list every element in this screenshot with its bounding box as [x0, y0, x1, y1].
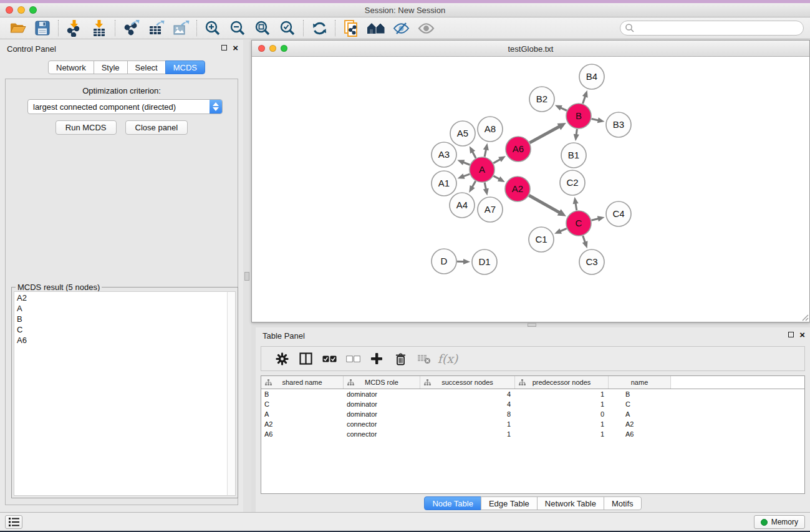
- graph-node-C1[interactable]: C1: [529, 227, 554, 252]
- graph-node-A[interactable]: A: [470, 157, 494, 182]
- graph-node-B[interactable]: B: [566, 104, 591, 128]
- deselect-all-columns-button[interactable]: [341, 349, 365, 369]
- tab-node-table[interactable]: Node Table: [424, 496, 481, 510]
- window-titlebar[interactable]: Session: New Session: [0, 3, 810, 17]
- import-network-button[interactable]: [62, 19, 87, 38]
- table-cell[interactable]: B: [609, 389, 671, 399]
- graph-node-A3[interactable]: A3: [432, 142, 456, 167]
- float-panel-icon[interactable]: [221, 45, 227, 51]
- graph-edge-A-A5[interactable]: [470, 146, 476, 158]
- graph-node-A8[interactable]: A8: [478, 117, 503, 142]
- close-panel-button[interactable]: Close panel: [125, 120, 188, 135]
- save-session-button[interactable]: [30, 19, 55, 38]
- table-row[interactable]: Adominator80A: [261, 409, 804, 419]
- graph-node-B4[interactable]: B4: [579, 64, 604, 89]
- delete-columns-button[interactable]: [388, 349, 412, 369]
- function-builder-button[interactable]: f(x): [436, 349, 460, 369]
- graph-edge-A6-B[interactable]: [529, 123, 566, 143]
- table-cell[interactable]: dominator: [344, 409, 420, 419]
- tab-network[interactable]: Network: [48, 60, 94, 74]
- table-cell[interactable]: A: [261, 409, 344, 419]
- result-list-scrollbar[interactable]: [227, 291, 236, 496]
- tab-select[interactable]: Select: [127, 60, 166, 74]
- first-neighbors-button[interactable]: [364, 19, 388, 38]
- result-list-item[interactable]: A: [14, 303, 227, 314]
- new-network-from-selection-button[interactable]: [339, 19, 364, 38]
- tab-edge-table[interactable]: Edge Table: [481, 496, 538, 510]
- graph-edge-D-D1[interactable]: [457, 259, 470, 264]
- close-panel-icon[interactable]: ×: [233, 45, 238, 51]
- graph-edge-A-A8[interactable]: [483, 143, 489, 157]
- graph-edge-A-A6[interactable]: [493, 156, 506, 163]
- graph-edge-B-B4[interactable]: [582, 90, 588, 104]
- table-cell[interactable]: A6: [261, 429, 344, 439]
- table-cell[interactable]: 0: [515, 409, 609, 419]
- graph-edge-C-C3[interactable]: [582, 236, 588, 248]
- column-header-MCDS-role[interactable]: MCDS role: [344, 376, 420, 389]
- table-cell[interactable]: 1: [420, 419, 515, 429]
- column-manager-button[interactable]: [294, 349, 317, 369]
- result-list-item[interactable]: B: [14, 314, 227, 324]
- run-mcds-button[interactable]: Run MCDS: [55, 120, 117, 135]
- table-cell[interactable]: C: [609, 399, 671, 409]
- close-panel-icon[interactable]: ×: [799, 332, 805, 337]
- table-cell[interactable]: 1: [515, 419, 609, 429]
- table-cell[interactable]: 1: [515, 429, 609, 439]
- vertical-split-divider[interactable]: [243, 40, 251, 512]
- table-cell[interactable]: C: [261, 399, 344, 409]
- hide-selected-button[interactable]: [388, 19, 413, 38]
- zoom-out-button[interactable]: [225, 19, 250, 38]
- graph-node-D[interactable]: D: [432, 249, 456, 274]
- zoom-in-button[interactable]: [200, 19, 225, 38]
- graph-edge-A2-C[interactable]: [529, 195, 566, 216]
- table-cell[interactable]: 8: [420, 409, 515, 419]
- graph-node-D1[interactable]: D1: [472, 249, 497, 274]
- table-cell[interactable]: 1: [420, 429, 515, 439]
- graph-node-C3[interactable]: C3: [579, 249, 604, 274]
- table-cell[interactable]: 4: [420, 389, 515, 399]
- split-divider-handle[interactable]: [244, 272, 249, 281]
- result-list-item[interactable]: A6: [14, 335, 227, 346]
- graph-edge-A-A3[interactable]: [457, 160, 470, 165]
- refresh-view-button[interactable]: [307, 19, 332, 38]
- create-column-button[interactable]: [365, 349, 388, 369]
- graph-node-C[interactable]: C: [566, 211, 591, 236]
- criterion-combobox[interactable]: largest connected component (directed): [27, 99, 223, 114]
- graph-edge-B-B2[interactable]: [555, 105, 567, 111]
- network-graph[interactable]: B4B2BB3A8A5A6A3B1AA1C2A2A4A7C4CC1C3DD1: [252, 57, 809, 322]
- table-cell[interactable]: A2: [609, 419, 671, 429]
- column-header-shared-name[interactable]: shared name: [261, 376, 344, 389]
- node-attribute-table[interactable]: shared nameMCDS rolesuccessor nodesprede…: [261, 375, 805, 494]
- network-window-titlebar[interactable]: testGlobe.txt: [252, 41, 809, 57]
- result-list-item[interactable]: C: [14, 324, 227, 335]
- graph-node-C4[interactable]: C4: [606, 201, 631, 226]
- zoom-fit-button[interactable]: [250, 19, 275, 38]
- export-network-button[interactable]: [118, 19, 143, 38]
- graph-edge-A-A2[interactable]: [493, 176, 504, 182]
- table-cell[interactable]: B: [261, 389, 344, 399]
- graph-edge-A-A1[interactable]: [458, 173, 470, 179]
- graph-edge-B-B1[interactable]: [574, 129, 579, 141]
- window-resize-grip[interactable]: [801, 313, 809, 321]
- graph-node-C2[interactable]: C2: [560, 170, 585, 195]
- graph-edge-C-C4[interactable]: [591, 216, 604, 221]
- graph-edge-B-B3[interactable]: [592, 117, 605, 123]
- graph-edge-A-A7[interactable]: [483, 183, 489, 196]
- graph-node-A7[interactable]: A7: [478, 197, 503, 222]
- import-table-button[interactable]: [87, 19, 112, 38]
- tab-mcds[interactable]: MCDS: [165, 60, 205, 74]
- float-panel-icon[interactable]: [788, 332, 794, 337]
- graph-node-A6[interactable]: A6: [506, 137, 531, 162]
- table-settings-button[interactable]: [270, 349, 294, 369]
- table-cell[interactable]: A: [609, 409, 671, 419]
- show-all-button[interactable]: [413, 19, 438, 38]
- graph-edge-C-C1[interactable]: [554, 228, 567, 234]
- search-field[interactable]: [620, 21, 804, 36]
- open-session-button[interactable]: [5, 19, 30, 38]
- network-view-window[interactable]: testGlobe.txt B4B2BB3A8A5A6A3B1AA1C2A2A4…: [251, 40, 810, 322]
- table-cell[interactable]: connector: [344, 429, 420, 439]
- task-history-button[interactable]: [5, 515, 22, 529]
- table-row[interactable]: A6connector11A6: [261, 429, 804, 439]
- export-table-button[interactable]: [143, 19, 168, 38]
- table-row[interactable]: Cdominator41C: [261, 399, 804, 409]
